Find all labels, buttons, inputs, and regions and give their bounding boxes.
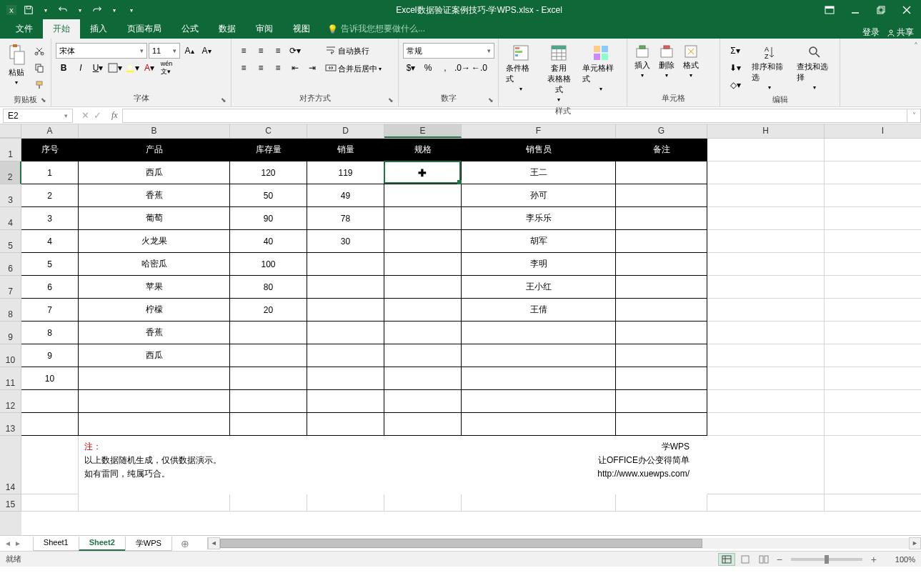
ribbon-tab-文件[interactable]: 文件: [6, 19, 43, 39]
cell-C12[interactable]: [230, 390, 307, 413]
comma-format-button[interactable]: ,: [437, 60, 453, 76]
wrap-text-button[interactable]: 自动换行: [338, 46, 369, 56]
align-right-button[interactable]: ≡: [270, 60, 286, 76]
percent-format-button[interactable]: %: [420, 60, 436, 76]
cell-I13[interactable]: [825, 413, 921, 436]
cell-styles-button[interactable]: 单元格样式▾: [579, 43, 622, 94]
cell-H12[interactable]: [707, 390, 825, 413]
cell-H2[interactable]: [707, 161, 825, 184]
fx-icon[interactable]: fx: [107, 110, 122, 121]
decrease-font-button[interactable]: A▾: [199, 43, 214, 59]
row-header-12[interactable]: 12: [0, 390, 21, 413]
cell-B13[interactable]: [79, 413, 230, 436]
scroll-right-icon[interactable]: ►: [909, 537, 921, 549]
cell-A3[interactable]: 2: [21, 184, 79, 207]
cell-D15[interactable]: [307, 494, 384, 512]
cell-C2[interactable]: 120: [230, 161, 307, 184]
ribbon-tab-视图[interactable]: 视图: [283, 19, 320, 39]
cell-G5[interactable]: [616, 230, 707, 253]
cell-B10[interactable]: 西瓜: [79, 344, 230, 367]
cell-F1[interactable]: 销售员: [462, 139, 616, 161]
row-header-13[interactable]: 13: [0, 413, 21, 436]
cell-B5[interactable]: 火龙果: [79, 230, 230, 253]
font-name-combo[interactable]: 宋体▾: [56, 43, 147, 59]
redo-dropdown-icon[interactable]: ▾: [109, 4, 120, 16]
bold-button[interactable]: B: [56, 60, 71, 76]
delete-cells-button[interactable]: 删除▾: [656, 43, 677, 80]
col-header-H[interactable]: H: [707, 124, 825, 138]
qat-customize-icon[interactable]: ▾: [126, 4, 137, 16]
align-left-button[interactable]: ≡: [236, 60, 252, 76]
phonetic-button[interactable]: wén文▾: [159, 60, 174, 76]
ribbon-tab-公式[interactable]: 公式: [171, 19, 209, 39]
row-header-9[interactable]: 9: [0, 322, 21, 344]
add-sheet-button[interactable]: ⊕: [177, 538, 193, 549]
cell-H13[interactable]: [707, 413, 825, 436]
cell-F4[interactable]: 李乐乐: [462, 207, 616, 230]
cell-G7[interactable]: [616, 276, 707, 299]
cell-G8[interactable]: [616, 299, 707, 322]
cell-G10[interactable]: [616, 344, 707, 367]
cell-A2[interactable]: 1: [21, 161, 79, 184]
tell-me-search[interactable]: 💡 告诉我您想要做什么...: [320, 19, 432, 39]
cell-A14[interactable]: [21, 436, 79, 494]
cell-E7[interactable]: [384, 276, 462, 299]
ribbon-display-options-icon[interactable]: [821, 3, 838, 17]
cell-I10[interactable]: [825, 344, 921, 367]
cell-I14[interactable]: [825, 436, 921, 494]
col-header-E[interactable]: E: [384, 124, 462, 138]
row-header-14[interactable]: 14: [0, 436, 21, 494]
cell-D7[interactable]: [307, 276, 384, 299]
confirm-edit-icon[interactable]: ✓: [94, 110, 101, 121]
cell-C4[interactable]: 90: [230, 207, 307, 230]
cell-A13[interactable]: [21, 413, 79, 436]
underline-button[interactable]: U▾: [90, 60, 106, 76]
font-launcher-icon[interactable]: ⬊: [221, 96, 229, 105]
cell-G11[interactable]: [616, 367, 707, 390]
col-header-D[interactable]: D: [307, 124, 384, 138]
col-header-A[interactable]: A: [21, 124, 79, 138]
cell-B1[interactable]: 产品: [79, 139, 230, 161]
cell-H11[interactable]: [707, 367, 825, 390]
cell-F12[interactable]: [462, 390, 616, 413]
cell-E4[interactable]: [384, 207, 462, 230]
cell-F2[interactable]: 王二: [462, 161, 616, 184]
cell-F11[interactable]: [462, 367, 616, 390]
cell-H10[interactable]: [707, 344, 825, 367]
cell-B11[interactable]: [79, 367, 230, 390]
cell-E10[interactable]: [384, 344, 462, 367]
paste-button[interactable]: 粘贴 ▾: [4, 43, 29, 87]
undo-dropdown-icon[interactable]: ▾: [74, 4, 86, 16]
cell-C9[interactable]: [230, 322, 307, 344]
cell-F8[interactable]: 王倩: [462, 299, 616, 322]
col-header-C[interactable]: C: [230, 124, 307, 138]
cell-I2[interactable]: [825, 161, 921, 184]
cell-D8[interactable]: [307, 299, 384, 322]
undo-icon[interactable]: [57, 4, 69, 16]
ribbon-tab-审阅[interactable]: 审阅: [246, 19, 283, 39]
row-header-3[interactable]: 3: [0, 184, 21, 207]
cell-E12[interactable]: [384, 390, 462, 413]
cell-D10[interactable]: [307, 344, 384, 367]
cell-F5[interactable]: 胡军: [462, 230, 616, 253]
scroll-thumb-horizontal[interactable]: [220, 539, 702, 548]
cell-H3[interactable]: [707, 184, 825, 207]
cell-A7[interactable]: 6: [21, 276, 79, 299]
cell-I8[interactable]: [825, 299, 921, 322]
cell-G3[interactable]: [616, 184, 707, 207]
cell-F7[interactable]: 王小红: [462, 276, 616, 299]
decrease-decimal-button[interactable]: ←.0: [472, 60, 487, 76]
cell-D3[interactable]: 49: [307, 184, 384, 207]
format-as-table-button[interactable]: 套用 表格格式▾: [542, 43, 577, 104]
copy-button[interactable]: [31, 60, 47, 76]
merge-center-button[interactable]: 合并后居中: [338, 64, 377, 74]
cell-E5[interactable]: [384, 230, 462, 253]
fill-button[interactable]: ⬇▾: [725, 60, 746, 76]
fill-color-button[interactable]: ▾: [124, 60, 140, 76]
increase-font-button[interactable]: A▴: [181, 43, 197, 59]
cell-F6[interactable]: 李明: [462, 253, 616, 276]
number-launcher-icon[interactable]: ⬊: [488, 96, 497, 105]
share-button[interactable]: 共享: [887, 26, 914, 39]
row-header-2[interactable]: 2: [0, 161, 21, 184]
save-icon[interactable]: [23, 4, 34, 16]
